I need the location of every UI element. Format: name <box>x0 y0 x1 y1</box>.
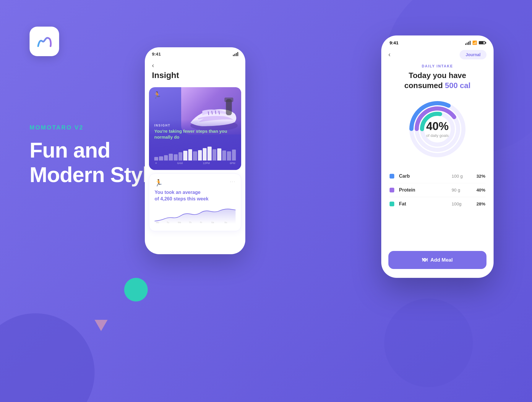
donut-center-text: 40% of daily goals <box>426 120 449 138</box>
carb-pct: 32% <box>473 174 485 179</box>
steps-chart: Mo Tu We Th Fr Sa Su <box>155 207 236 224</box>
phone-left: 9:41 ‹ Insight <box>145 47 245 254</box>
add-meal-button[interactable]: 🍽 Add Meal <box>388 251 486 269</box>
svg-rect-6 <box>225 98 233 102</box>
hero-text: MOMOTARO V2 Fun and Modern Style <box>30 124 160 187</box>
signal-bars-right <box>465 41 471 45</box>
nutrition-list: Carb 100 g 32% Protein 90 g 40% Fat 100g… <box>381 165 494 248</box>
svg-text:Mo: Mo <box>156 221 159 224</box>
pink-triangle-decoration <box>95 320 108 331</box>
chart-time-labels: ☀ 6AM 12PM 6PM <box>154 161 236 165</box>
protein-dot <box>390 188 394 192</box>
insight-tag: INSIGHT <box>154 124 236 127</box>
status-bar-right: 9:41 📶 <box>381 35 494 48</box>
battery-icon <box>479 41 485 44</box>
insight-chart <box>154 144 236 161</box>
nutrition-item-carb: Carb 100 g 32% <box>390 169 485 183</box>
insight-card-content: INSIGHT You're taking fewer steps than y… <box>149 120 241 170</box>
donut-label: of daily goals <box>426 133 449 138</box>
status-icons-right: 📶 <box>465 40 485 45</box>
svg-text:We: We <box>178 221 181 224</box>
svg-text:Tu: Tu <box>167 221 169 224</box>
daily-intake-label: DAILY INTAKE <box>390 64 485 68</box>
back-button-right[interactable]: ‹ <box>388 51 390 59</box>
steps-text: You took an average of 4,260 steps this … <box>155 189 236 202</box>
steps-card: 🏃 ··· You took an average of 4,260 steps… <box>149 174 241 231</box>
protein-name: Protein <box>399 187 452 193</box>
header-row: ‹ Journal <box>381 48 494 64</box>
nutrition-item-fat: Fat 100g 28% <box>390 197 485 211</box>
donut-chart-container: 40% of daily goals <box>381 91 494 165</box>
status-bar-left: 9:41 <box>145 47 245 58</box>
steps-runner-icon: 🏃 <box>155 179 163 187</box>
fat-amount: 100g <box>452 201 466 206</box>
daily-intake-title: Today you have consumed 500 cal <box>390 71 485 91</box>
svg-text:Sa: Sa <box>211 221 214 224</box>
journal-button[interactable]: Journal <box>460 50 486 59</box>
status-icons-left <box>233 52 238 56</box>
daily-intake-section: DAILY INTAKE Today you have consumed 500… <box>381 64 494 91</box>
insight-title: Insight <box>145 71 245 85</box>
fat-name: Fat <box>399 201 452 207</box>
runner-icon-left: 🏃 <box>153 91 161 99</box>
fat-dot <box>390 202 394 206</box>
protein-pct: 40% <box>473 187 485 192</box>
back-button-left[interactable]: ‹ <box>145 58 245 71</box>
bg-decoration-3 <box>384 299 473 387</box>
brand-label: MOMOTARO V2 <box>30 124 160 131</box>
insight-text: You're taking fewer steps than you norma… <box>154 128 236 140</box>
svg-text:Th: Th <box>189 221 192 224</box>
add-meal-label: Add Meal <box>430 257 453 263</box>
svg-text:Su: Su <box>224 221 227 224</box>
carb-dot <box>390 174 394 179</box>
app-logo <box>30 27 59 56</box>
fat-pct: 28% <box>473 201 485 206</box>
headline: Fun and Modern Style <box>30 138 160 187</box>
wifi-icon: 📶 <box>472 40 477 45</box>
bg-decoration-2 <box>0 313 95 402</box>
dots-menu: ··· <box>230 179 236 184</box>
calorie-highlight: 500 cal <box>445 81 471 90</box>
protein-amount: 90 g <box>452 187 466 192</box>
signal-icon <box>233 52 238 56</box>
carb-amount: 100 g <box>452 174 466 179</box>
insight-card: 🏃 INSIGHT You're taking fewer steps than… <box>149 87 241 170</box>
teal-circle-decoration <box>124 278 148 302</box>
svg-text:Fr: Fr <box>200 221 202 224</box>
status-time-left: 9:41 <box>152 51 161 56</box>
phone-right: 9:41 📶 ‹ Journal DAILY IN <box>381 35 494 278</box>
add-meal-icon: 🍽 <box>422 257 427 263</box>
status-time-right: 9:41 <box>390 40 398 45</box>
donut-percent: 40% <box>426 120 449 133</box>
carb-name: Carb <box>399 174 452 179</box>
nutrition-item-protein: Protein 90 g 40% <box>390 183 485 197</box>
